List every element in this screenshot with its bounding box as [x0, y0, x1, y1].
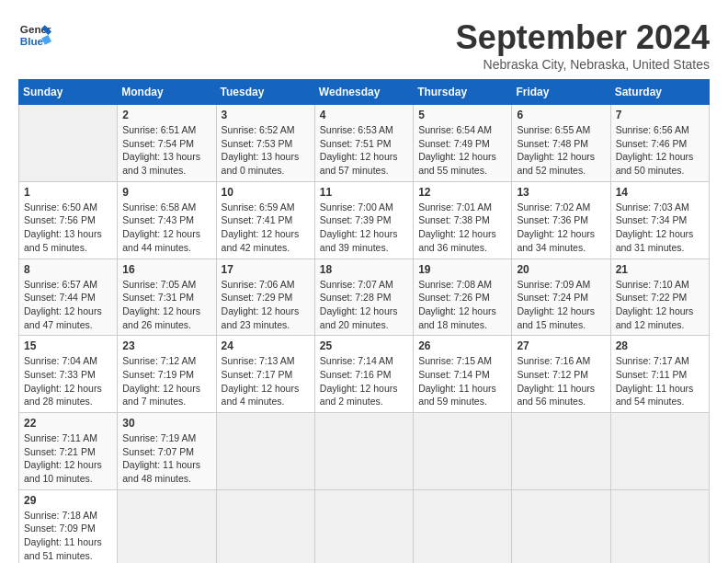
calendar-cell-22: 22 Sunrise: 7:11 AMSunset: 7:21 PMDaylig… [19, 413, 118, 490]
calendar-cell-28: 28 Sunrise: 7:17 AMSunset: 7:11 PMDaylig… [610, 336, 709, 413]
calendar-table: Sunday Monday Tuesday Wednesday Thursday… [18, 79, 710, 563]
month-title: September 2024 [456, 18, 710, 57]
logo-icon: General Blue [18, 18, 51, 52]
calendar-cell-21: 21 Sunrise: 7:10 AMSunset: 7:22 PMDaylig… [610, 259, 709, 336]
title-block: September 2024 Nebraska City, Nebraska, … [456, 18, 710, 72]
calendar-cell-16: 16 Sunrise: 7:05 AMSunset: 7:31 PMDaylig… [118, 259, 216, 336]
calendar-cell-empty [512, 489, 610, 563]
calendar-cell-23: 23 Sunrise: 7:12 AMSunset: 7:19 PMDaylig… [118, 336, 216, 413]
calendar-cell-empty [414, 489, 512, 563]
calendar-cell-empty [414, 413, 512, 490]
calendar-cell-empty [118, 489, 216, 563]
calendar-cell-25: 25 Sunrise: 7:14 AMSunset: 7:16 PMDaylig… [314, 336, 413, 413]
page-header: General Blue September 2024 Nebraska Cit… [18, 18, 710, 72]
calendar-cell-19: 19 Sunrise: 7:08 AMSunset: 7:26 PMDaylig… [414, 259, 512, 336]
calendar-cell-8: 8 Sunrise: 6:57 AMSunset: 7:44 PMDayligh… [19, 259, 118, 336]
table-row: 1 Sunrise: 6:50 AMSunset: 7:56 PMDayligh… [19, 181, 710, 259]
calendar-cell-17: 17 Sunrise: 7:06 AMSunset: 7:29 PMDaylig… [216, 259, 314, 336]
calendar-cell-3: 3 Sunrise: 6:52 AMSunset: 7:53 PMDayligh… [216, 105, 314, 182]
table-row: 8 Sunrise: 6:57 AMSunset: 7:44 PMDayligh… [19, 259, 710, 336]
calendar-cell-4: 4 Sunrise: 6:53 AMSunset: 7:51 PMDayligh… [314, 105, 413, 182]
calendar-cell-14: 14 Sunrise: 7:03 AMSunset: 7:34 PMDaylig… [610, 181, 709, 259]
calendar-cell-27: 27 Sunrise: 7:16 AMSunset: 7:12 PMDaylig… [512, 336, 610, 413]
table-row: 29 Sunrise: 7:18 AMSunset: 7:09 PMDaylig… [19, 489, 710, 563]
calendar-cell-5: 5 Sunrise: 6:54 AMSunset: 7:49 PMDayligh… [414, 105, 512, 182]
calendar-cell-empty [314, 489, 413, 563]
col-saturday: Saturday [610, 80, 709, 105]
table-row: 22 Sunrise: 7:11 AMSunset: 7:21 PMDaylig… [19, 413, 710, 490]
calendar-cell-empty [216, 489, 314, 563]
calendar-header-row: Sunday Monday Tuesday Wednesday Thursday… [19, 80, 710, 105]
col-tuesday: Tuesday [216, 80, 314, 105]
calendar-cell-2: 2 Sunrise: 6:51 AMSunset: 7:54 PMDayligh… [118, 105, 216, 182]
calendar-cell-empty [610, 489, 709, 563]
location: Nebraska City, Nebraska, United States [456, 57, 710, 72]
calendar-cell-11: 11 Sunrise: 7:00 AMSunset: 7:39 PMDaylig… [314, 181, 413, 259]
calendar-cell-1: 1 Sunrise: 6:50 AMSunset: 7:56 PMDayligh… [19, 181, 118, 259]
table-row: 2 Sunrise: 6:51 AMSunset: 7:54 PMDayligh… [19, 105, 710, 182]
calendar-cell-10: 10 Sunrise: 6:59 AMSunset: 7:41 PMDaylig… [216, 181, 314, 259]
calendar-cell-empty [512, 413, 610, 490]
calendar-cell-15: 15 Sunrise: 7:04 AMSunset: 7:33 PMDaylig… [19, 336, 118, 413]
calendar-cell-7: 7 Sunrise: 6:56 AMSunset: 7:46 PMDayligh… [610, 105, 709, 182]
table-row: 15 Sunrise: 7:04 AMSunset: 7:33 PMDaylig… [19, 336, 710, 413]
calendar-cell-empty [216, 413, 314, 490]
col-sunday: Sunday [19, 80, 118, 105]
col-wednesday: Wednesday [314, 80, 413, 105]
calendar-cell-empty [610, 413, 709, 490]
calendar-cell-20: 20 Sunrise: 7:09 AMSunset: 7:24 PMDaylig… [512, 259, 610, 336]
col-monday: Monday [118, 80, 216, 105]
svg-text:Blue: Blue [20, 35, 44, 47]
col-thursday: Thursday [414, 80, 512, 105]
calendar-cell-12: 12 Sunrise: 7:01 AMSunset: 7:38 PMDaylig… [414, 181, 512, 259]
calendar-cell-6: 6 Sunrise: 6:55 AMSunset: 7:48 PMDayligh… [512, 105, 610, 182]
calendar-cell-9: 9 Sunrise: 6:58 AMSunset: 7:43 PMDayligh… [118, 181, 216, 259]
calendar-cell-26: 26 Sunrise: 7:15 AMSunset: 7:14 PMDaylig… [414, 336, 512, 413]
calendar-cell-29: 29 Sunrise: 7:18 AMSunset: 7:09 PMDaylig… [19, 489, 118, 563]
calendar-cell-30: 30 Sunrise: 7:19 AMSunset: 7:07 PMDaylig… [118, 413, 216, 490]
calendar-cell-13: 13 Sunrise: 7:02 AMSunset: 7:36 PMDaylig… [512, 181, 610, 259]
logo: General Blue [18, 18, 51, 52]
calendar-cell-empty [19, 105, 118, 182]
calendar-cell-18: 18 Sunrise: 7:07 AMSunset: 7:28 PMDaylig… [314, 259, 413, 336]
calendar-cell-24: 24 Sunrise: 7:13 AMSunset: 7:17 PMDaylig… [216, 336, 314, 413]
calendar-cell-empty [314, 413, 413, 490]
col-friday: Friday [512, 80, 610, 105]
